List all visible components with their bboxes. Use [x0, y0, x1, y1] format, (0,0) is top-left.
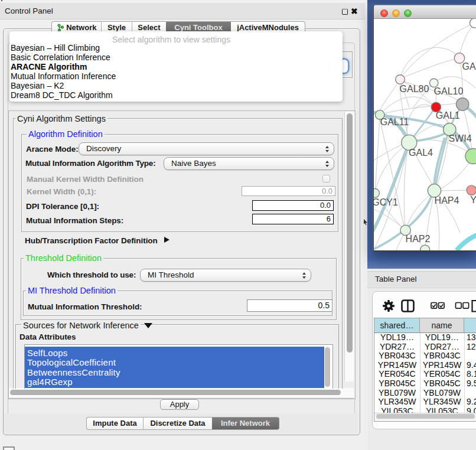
svg-text:GAL10: GAL10	[434, 86, 464, 96]
svg-text:GCY1: GCY1	[374, 197, 398, 207]
svg-text:GAL80: GAL80	[400, 84, 429, 94]
svg-text:SWI4: SWI4	[448, 133, 471, 144]
svg-text:HAP2: HAP2	[406, 234, 431, 244]
svg-text:GAL7: GAL7	[462, 61, 476, 71]
svg-text:GAL11: GAL11	[380, 117, 409, 127]
svg-text:YB: YB	[470, 195, 476, 205]
svg-text:GAL1: GAL1	[436, 110, 460, 120]
svg-text:HAP4: HAP4	[435, 195, 459, 206]
svg-text:GAL4: GAL4	[409, 148, 433, 158]
